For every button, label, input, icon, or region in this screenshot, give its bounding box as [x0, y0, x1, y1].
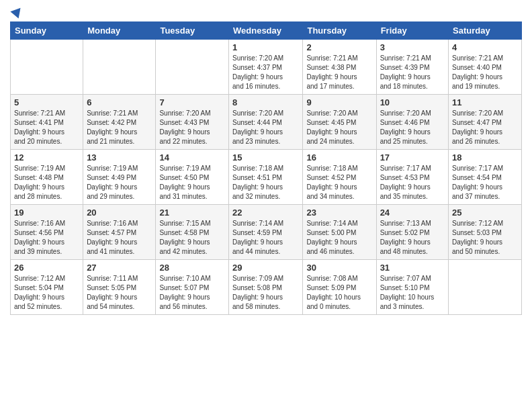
day-info: Sunrise: 7:12 AM Sunset: 5:04 PM Dayligh… — [14, 274, 79, 312]
calendar-cell: 23Sunrise: 7:14 AM Sunset: 5:00 PM Dayli… — [303, 205, 376, 260]
calendar-cell: 22Sunrise: 7:14 AM Sunset: 4:59 PM Dayli… — [229, 205, 303, 260]
day-number: 11 — [452, 97, 518, 107]
day-number: 4 — [452, 42, 518, 52]
calendar-cell: 28Sunrise: 7:10 AM Sunset: 5:07 PM Dayli… — [156, 260, 229, 315]
calendar-cell: 29Sunrise: 7:09 AM Sunset: 5:08 PM Dayli… — [229, 260, 303, 315]
calendar-cell: 31Sunrise: 7:07 AM Sunset: 5:10 PM Dayli… — [376, 260, 448, 315]
day-info: Sunrise: 7:20 AM Sunset: 4:44 PM Dayligh… — [232, 109, 299, 146]
day-number: 25 — [452, 208, 518, 218]
week-row: 5Sunrise: 7:21 AM Sunset: 4:41 PM Daylig… — [11, 95, 522, 150]
logo — [10, 7, 23, 16]
logo-triangle-icon — [10, 4, 24, 18]
day-number: 22 — [232, 208, 299, 218]
day-info: Sunrise: 7:16 AM Sunset: 4:56 PM Dayligh… — [14, 219, 79, 257]
day-number: 3 — [380, 42, 445, 52]
day-of-week-header: Saturday — [449, 22, 522, 40]
day-number: 6 — [87, 97, 152, 107]
day-info: Sunrise: 7:19 AM Sunset: 4:50 PM Dayligh… — [159, 164, 225, 201]
calendar-cell: 17Sunrise: 7:17 AM Sunset: 4:53 PM Dayli… — [376, 150, 448, 205]
calendar-cell: 15Sunrise: 7:18 AM Sunset: 4:51 PM Dayli… — [229, 150, 303, 205]
day-info: Sunrise: 7:18 AM Sunset: 4:52 PM Dayligh… — [306, 164, 372, 201]
day-info: Sunrise: 7:20 AM Sunset: 4:46 PM Dayligh… — [380, 109, 445, 146]
day-number: 23 — [306, 208, 372, 218]
header — [10, 7, 522, 16]
calendar-cell: 27Sunrise: 7:11 AM Sunset: 5:05 PM Dayli… — [83, 260, 156, 315]
day-of-week-row: SundayMondayTuesdayWednesdayThursdayFrid… — [11, 22, 522, 40]
day-number: 18 — [452, 152, 518, 163]
day-info: Sunrise: 7:17 AM Sunset: 4:54 PM Dayligh… — [452, 164, 518, 201]
calendar-cell — [83, 40, 156, 95]
day-info: Sunrise: 7:20 AM Sunset: 4:37 PM Dayligh… — [232, 54, 299, 91]
calendar-cell — [11, 40, 83, 95]
day-number: 5 — [14, 97, 79, 107]
day-number: 24 — [380, 208, 445, 218]
day-info: Sunrise: 7:17 AM Sunset: 4:53 PM Dayligh… — [380, 164, 445, 201]
day-info: Sunrise: 7:20 AM Sunset: 4:45 PM Dayligh… — [306, 109, 372, 146]
day-number: 9 — [306, 97, 372, 107]
week-row: 26Sunrise: 7:12 AM Sunset: 5:04 PM Dayli… — [11, 260, 522, 315]
calendar-body: 1Sunrise: 7:20 AM Sunset: 4:37 PM Daylig… — [11, 40, 522, 315]
day-info: Sunrise: 7:10 AM Sunset: 5:07 PM Dayligh… — [159, 274, 225, 312]
day-number: 15 — [232, 152, 299, 163]
calendar-cell: 8Sunrise: 7:20 AM Sunset: 4:44 PM Daylig… — [229, 95, 303, 150]
day-of-week-header: Thursday — [303, 22, 376, 40]
day-info: Sunrise: 7:14 AM Sunset: 4:59 PM Dayligh… — [232, 219, 299, 257]
day-number: 1 — [232, 42, 299, 52]
day-number: 7 — [159, 97, 225, 107]
calendar-cell: 20Sunrise: 7:16 AM Sunset: 4:57 PM Dayli… — [83, 205, 156, 260]
calendar-cell: 25Sunrise: 7:12 AM Sunset: 5:03 PM Dayli… — [449, 205, 522, 260]
day-number: 28 — [159, 263, 225, 273]
calendar-cell: 19Sunrise: 7:16 AM Sunset: 4:56 PM Dayli… — [11, 205, 83, 260]
day-info: Sunrise: 7:09 AM Sunset: 5:08 PM Dayligh… — [232, 274, 299, 312]
calendar-cell: 24Sunrise: 7:13 AM Sunset: 5:02 PM Dayli… — [376, 205, 448, 260]
calendar-cell: 14Sunrise: 7:19 AM Sunset: 4:50 PM Dayli… — [156, 150, 229, 205]
day-number: 13 — [87, 152, 152, 163]
day-info: Sunrise: 7:13 AM Sunset: 5:02 PM Dayligh… — [380, 219, 445, 257]
calendar-cell: 7Sunrise: 7:20 AM Sunset: 4:43 PM Daylig… — [156, 95, 229, 150]
calendar-cell: 10Sunrise: 7:20 AM Sunset: 4:46 PM Dayli… — [376, 95, 448, 150]
day-number: 2 — [306, 42, 372, 52]
day-info: Sunrise: 7:18 AM Sunset: 4:51 PM Dayligh… — [232, 164, 299, 201]
calendar-cell: 4Sunrise: 7:21 AM Sunset: 4:40 PM Daylig… — [449, 40, 522, 95]
day-number: 26 — [14, 263, 79, 273]
calendar-cell: 21Sunrise: 7:15 AM Sunset: 4:58 PM Dayli… — [156, 205, 229, 260]
day-info: Sunrise: 7:07 AM Sunset: 5:10 PM Dayligh… — [380, 274, 445, 312]
day-of-week-header: Friday — [376, 22, 448, 40]
week-row: 12Sunrise: 7:19 AM Sunset: 4:48 PM Dayli… — [11, 150, 522, 205]
calendar-cell: 5Sunrise: 7:21 AM Sunset: 4:41 PM Daylig… — [11, 95, 83, 150]
day-info: Sunrise: 7:16 AM Sunset: 4:57 PM Dayligh… — [87, 219, 152, 257]
day-number: 20 — [87, 208, 152, 218]
calendar-cell — [156, 40, 229, 95]
day-number: 30 — [306, 263, 372, 273]
day-info: Sunrise: 7:11 AM Sunset: 5:05 PM Dayligh… — [87, 274, 152, 312]
day-of-week-header: Monday — [83, 22, 156, 40]
day-number: 17 — [380, 152, 445, 163]
day-info: Sunrise: 7:08 AM Sunset: 5:09 PM Dayligh… — [306, 274, 372, 312]
day-info: Sunrise: 7:19 AM Sunset: 4:49 PM Dayligh… — [87, 164, 152, 201]
day-number: 21 — [159, 208, 225, 218]
day-info: Sunrise: 7:15 AM Sunset: 4:58 PM Dayligh… — [159, 219, 225, 257]
week-row: 1Sunrise: 7:20 AM Sunset: 4:37 PM Daylig… — [11, 40, 522, 95]
calendar-cell: 13Sunrise: 7:19 AM Sunset: 4:49 PM Dayli… — [83, 150, 156, 205]
day-info: Sunrise: 7:21 AM Sunset: 4:38 PM Dayligh… — [306, 54, 372, 91]
day-info: Sunrise: 7:21 AM Sunset: 4:42 PM Dayligh… — [87, 109, 152, 146]
day-of-week-header: Tuesday — [156, 22, 229, 40]
calendar-cell: 12Sunrise: 7:19 AM Sunset: 4:48 PM Dayli… — [11, 150, 83, 205]
day-number: 31 — [380, 263, 445, 273]
day-info: Sunrise: 7:14 AM Sunset: 5:00 PM Dayligh… — [306, 219, 372, 257]
day-info: Sunrise: 7:21 AM Sunset: 4:41 PM Dayligh… — [14, 109, 79, 146]
calendar-cell: 30Sunrise: 7:08 AM Sunset: 5:09 PM Dayli… — [303, 260, 376, 315]
day-number: 29 — [232, 263, 299, 273]
calendar-cell: 18Sunrise: 7:17 AM Sunset: 4:54 PM Dayli… — [449, 150, 522, 205]
day-of-week-header: Wednesday — [229, 22, 303, 40]
day-info: Sunrise: 7:20 AM Sunset: 4:47 PM Dayligh… — [452, 109, 518, 146]
day-number: 27 — [87, 263, 152, 273]
day-info: Sunrise: 7:21 AM Sunset: 4:40 PM Dayligh… — [452, 54, 518, 91]
day-number: 10 — [380, 97, 445, 107]
calendar-cell: 26Sunrise: 7:12 AM Sunset: 5:04 PM Dayli… — [11, 260, 83, 315]
calendar: SundayMondayTuesdayWednesdayThursdayFrid… — [10, 21, 522, 315]
week-row: 19Sunrise: 7:16 AM Sunset: 4:56 PM Dayli… — [11, 205, 522, 260]
calendar-cell: 3Sunrise: 7:21 AM Sunset: 4:39 PM Daylig… — [376, 40, 448, 95]
calendar-cell: 1Sunrise: 7:20 AM Sunset: 4:37 PM Daylig… — [229, 40, 303, 95]
day-number: 19 — [14, 208, 79, 218]
